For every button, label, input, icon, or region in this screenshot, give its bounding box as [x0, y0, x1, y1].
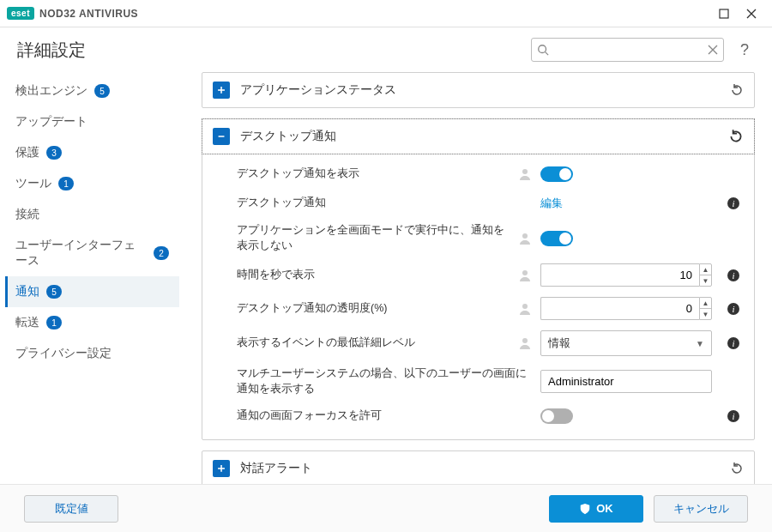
- page-title: 詳細設定: [17, 39, 86, 62]
- clear-search-icon[interactable]: [708, 45, 718, 55]
- edit-link[interactable]: 編集: [540, 196, 563, 211]
- sidebar-item-connection[interactable]: 接続: [5, 199, 179, 230]
- row-min-level: 表示するイベントの最低詳細レベル 情報 ▼ i: [202, 325, 754, 361]
- sidebar-item-detection-engine[interactable]: 検出エンジン5: [5, 76, 179, 106]
- opacity-field[interactable]: ▲▼: [540, 297, 712, 320]
- help-button[interactable]: ?: [734, 41, 755, 59]
- row-allow-focus: 通知の画面フォーカスを許可 i: [202, 402, 754, 431]
- sidebar-item-label: ツール: [15, 176, 51, 191]
- row-multiuser: マルチユーザーシステムの場合、以下のユーザーの画面に通知を表示する: [202, 361, 754, 402]
- sidebar-item-label: 接続: [15, 207, 39, 222]
- collapse-icon: －: [213, 128, 230, 145]
- search-input[interactable]: [554, 44, 703, 57]
- panel-header-dialog-alert[interactable]: ＋ 対話アラート: [202, 451, 754, 484]
- svg-point-12: [522, 338, 528, 343]
- sidebar-item-tools[interactable]: ツール1: [5, 168, 179, 199]
- toggle-fullscreen-suppress[interactable]: [540, 231, 573, 246]
- sidebar-badge: 5: [46, 285, 62, 299]
- spin-up-icon[interactable]: ▲: [700, 264, 711, 275]
- svg-text:i: i: [732, 304, 734, 314]
- sidebar-item-protection[interactable]: 保護3: [5, 137, 179, 168]
- window-maximize-button[interactable]: [710, 0, 738, 27]
- sidebar-item-forward[interactable]: 転送1: [5, 307, 179, 338]
- cancel-button[interactable]: キャンセル: [654, 495, 748, 523]
- expand-icon: ＋: [213, 82, 230, 99]
- panel-title: アプリケーションステータス: [240, 82, 720, 98]
- svg-text:i: i: [732, 338, 734, 348]
- panel-desktop-notifications: － デスクトップ通知 デスクトップ通知を表示 デスクトップ通知 編集 i: [202, 118, 755, 440]
- sidebar-item-label: 通知: [15, 284, 39, 299]
- sidebar-item-privacy[interactable]: プライバシー設定: [5, 338, 179, 369]
- user-icon: [518, 167, 532, 181]
- toggle-show-notifications[interactable]: [540, 166, 573, 182]
- svg-point-2: [522, 169, 528, 174]
- spin-up-icon[interactable]: ▲: [700, 298, 711, 309]
- user-icon: [518, 336, 532, 350]
- user-icon: [518, 232, 532, 245]
- setting-label: デスクトップ通知の透明度(%): [237, 301, 510, 317]
- sidebar-item-ui[interactable]: ユーザーインターフェース2: [5, 230, 179, 276]
- svg-point-5: [522, 233, 528, 239]
- info-icon[interactable]: i: [725, 196, 742, 210]
- toggle-allow-focus[interactable]: [540, 408, 573, 424]
- reset-icon[interactable]: [728, 129, 744, 144]
- brand-text: NOD32 ANTIVIRUS: [39, 8, 138, 20]
- defaults-button[interactable]: 既定値: [24, 495, 118, 523]
- svg-point-1: [539, 45, 546, 53]
- sidebar-item-label: ユーザーインターフェース: [15, 238, 147, 269]
- user-icon: [518, 302, 532, 316]
- svg-point-9: [522, 304, 528, 309]
- sidebar-item-label: 転送: [15, 315, 39, 330]
- opacity-input[interactable]: [540, 297, 699, 320]
- svg-text:i: i: [732, 411, 734, 421]
- main-content: ＋ アプリケーションステータス － デスクトップ通知 デスクトップ通知を表示: [184, 72, 772, 484]
- seconds-field[interactable]: ▲▼: [540, 263, 712, 287]
- panel-app-status: ＋ アプリケーションステータス: [202, 72, 755, 108]
- seconds-input[interactable]: [540, 263, 699, 287]
- footer: 既定値 OK キャンセル: [0, 484, 772, 532]
- window-close-button[interactable]: [738, 0, 765, 27]
- panel-body: デスクトップ通知を表示 デスクトップ通知 編集 i アプリケーションを全画面モー…: [202, 154, 754, 439]
- shield-icon: [579, 503, 591, 515]
- setting-label: 時間を秒で表示: [237, 268, 510, 283]
- info-icon[interactable]: i: [725, 302, 742, 316]
- sidebar-item-notifications[interactable]: 通知5: [5, 276, 179, 307]
- sidebar-badge: 3: [46, 146, 62, 160]
- panel-header-desktop-notifications[interactable]: － デスクトップ通知: [202, 119, 754, 154]
- reset-icon[interactable]: [730, 462, 744, 475]
- user-icon: [518, 269, 532, 282]
- panel-header-app-status[interactable]: ＋ アプリケーションステータス: [202, 73, 754, 107]
- svg-text:i: i: [732, 270, 734, 281]
- spin-down-icon[interactable]: ▼: [700, 309, 711, 319]
- info-icon[interactable]: i: [725, 269, 742, 282]
- sidebar-item-label: 検出エンジン: [15, 83, 87, 99]
- info-icon[interactable]: i: [725, 336, 742, 350]
- multiuser-input[interactable]: [540, 370, 712, 393]
- sidebar-badge: 2: [154, 246, 169, 260]
- row-display-seconds: 時間を秒で表示 ▲▼ i: [202, 258, 754, 292]
- panel-dialog-alert: ＋ 対話アラート: [202, 450, 755, 484]
- panel-title: 対話アラート: [240, 461, 720, 476]
- search-box[interactable]: [531, 38, 724, 62]
- svg-text:i: i: [732, 198, 734, 209]
- row-opacity: デスクトップ通知の透明度(%) ▲▼ i: [202, 292, 754, 325]
- info-icon[interactable]: i: [725, 409, 742, 423]
- setting-label: デスクトップ通知: [237, 196, 532, 211]
- setting-label: 表示するイベントの最低詳細レベル: [237, 336, 510, 351]
- sidebar-item-label: プライバシー設定: [15, 346, 112, 361]
- brand-logo: eset NOD32 ANTIVIRUS: [7, 7, 138, 20]
- setting-label: デスクトップ通知を表示: [237, 166, 510, 182]
- sidebar-badge: 1: [46, 316, 62, 329]
- setting-label: 通知の画面フォーカスを許可: [237, 408, 532, 424]
- ok-button[interactable]: OK: [549, 495, 643, 523]
- titlebar: eset NOD32 ANTIVIRUS: [0, 0, 772, 27]
- svg-point-6: [522, 270, 528, 275]
- sidebar: 検出エンジン5 アップデート 保護3 ツール1 接続 ユーザーインターフェース2…: [0, 72, 184, 484]
- page-header: 詳細設定 ?: [0, 27, 772, 72]
- sidebar-item-update[interactable]: アップデート: [5, 106, 179, 137]
- brand-badge: eset: [7, 7, 34, 20]
- level-select[interactable]: 情報 ▼: [540, 330, 712, 356]
- row-fullscreen-suppress: アプリケーションを全画面モードで実行中に、通知を表示しない: [202, 218, 754, 258]
- spin-down-icon[interactable]: ▼: [700, 275, 711, 286]
- reset-icon[interactable]: [730, 83, 744, 97]
